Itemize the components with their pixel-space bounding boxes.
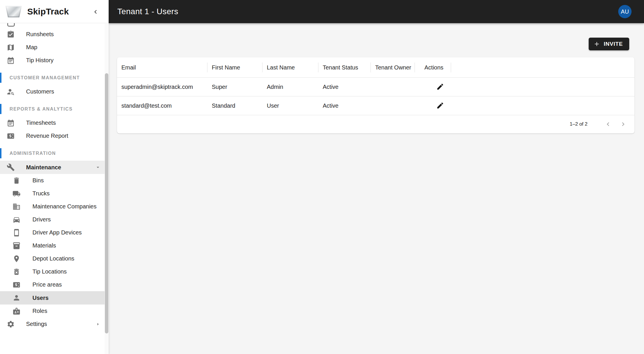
column-header-last-name: Last Name: [262, 57, 318, 78]
map-icon: [7, 43, 15, 52]
sidebar-item-trucks[interactable]: Trucks: [0, 187, 109, 200]
pin-icon: [12, 255, 21, 263]
sidebar-item-runsheets[interactable]: Runsheets: [0, 28, 109, 41]
column-header-tenant-owner: Tenant Owner: [371, 57, 415, 78]
table-pagination: 1–2 of 2: [117, 115, 634, 133]
table-header-row: Email First Name Last Name Tenant Status…: [117, 57, 634, 78]
edit-user-button[interactable]: [435, 82, 445, 92]
avatar[interactable]: AU: [618, 5, 632, 18]
column-header-email: Email: [117, 57, 207, 78]
collapse-sidebar-icon[interactable]: [92, 8, 99, 16]
main-content: INVITE Email First Name Last Name Tenant…: [109, 23, 644, 354]
section-accent-bar: [0, 148, 1, 158]
sidebar-item-drivers[interactable]: Drivers: [0, 213, 109, 226]
car-icon: [12, 216, 21, 224]
chevron-down-icon[interactable]: [95, 164, 101, 170]
sidebar-item-revenue-report[interactable]: Revenue Report: [0, 129, 109, 142]
section-reports-analytics: REPORTS & ANALYTICS: [0, 104, 109, 114]
wrench-icon: [7, 163, 15, 171]
cell-actions: [415, 100, 451, 111]
app-name: SkipTrack: [27, 7, 69, 16]
plus-icon: [593, 41, 600, 47]
sidebar: SkipTrack Runsheets Map Tip History CUST…: [0, 0, 109, 354]
pagination-range-label: 1–2 of 2: [570, 121, 588, 127]
pencil-icon: [436, 102, 444, 109]
sidebar-item-bins[interactable]: Bins: [0, 174, 109, 187]
skip-bin-logo-icon: [5, 6, 22, 17]
cell-tenant-status: Active: [318, 102, 371, 109]
chevron-left-icon: [604, 120, 612, 128]
clipped-icon: [7, 23, 15, 27]
column-header-first-name: First Name: [207, 57, 262, 78]
sidebar-item-depot-locations[interactable]: Depot Locations: [0, 252, 109, 265]
person-search-icon: [7, 88, 15, 96]
building-icon: [12, 203, 21, 211]
sidebar-item-price-areas[interactable]: Price areas: [0, 278, 109, 291]
page-title: Tenant 1 - Users: [117, 7, 178, 16]
trash-icon: [12, 177, 21, 185]
calendar-icon: [7, 119, 15, 127]
column-header-actions: Actions: [415, 57, 451, 78]
trash-x-icon: [12, 268, 21, 276]
table-row: superadmin@skiptrack.com Super Admin Act…: [117, 78, 634, 96]
section-accent-bar: [0, 104, 1, 114]
users-table-card: Email First Name Last Name Tenant Status…: [117, 57, 634, 133]
runsheets-icon: [7, 30, 15, 38]
sidebar-item-tip-history[interactable]: Tip History: [0, 54, 109, 67]
calendar-icon: [7, 56, 15, 65]
badge-icon: [12, 307, 21, 315]
sidebar-item-driver-app-devices[interactable]: Driver App Devices: [0, 226, 109, 239]
box-icon: [12, 242, 21, 250]
section-accent-bar: [0, 73, 1, 83]
cell-last-name: Admin: [262, 84, 318, 90]
truck-icon: [12, 190, 21, 198]
sidebar-item-map[interactable]: Map: [0, 41, 109, 54]
edit-user-button[interactable]: [435, 100, 445, 111]
section-customer-management: CUSTOMER MANAGEMENT: [0, 73, 109, 83]
section-administration: ADMINISTRATION: [0, 148, 109, 158]
previous-page-button[interactable]: [604, 120, 612, 128]
sidebar-nav: Runsheets Map Tip History CUSTOMER MANAG…: [0, 23, 109, 331]
cell-actions: [415, 82, 451, 92]
column-header-tenant-status: Tenant Status: [318, 57, 371, 78]
cell-tenant-status: Active: [318, 84, 371, 90]
sidebar-item-maintenance[interactable]: Maintenance: [0, 161, 109, 174]
cell-first-name: Standard: [207, 102, 262, 109]
sidebar-item-timesheets[interactable]: Timesheets: [0, 116, 109, 129]
sidebar-item-maintenance-companies[interactable]: Maintenance Companies: [0, 200, 109, 213]
sidebar-item-settings[interactable]: Settings: [0, 318, 109, 331]
table-row: standard@test.com Standard User Active: [117, 96, 634, 115]
sidebar-item-tip-locations[interactable]: Tip Locations: [0, 265, 109, 278]
person-icon: [12, 294, 21, 302]
invite-button[interactable]: INVITE: [589, 38, 629, 50]
pencil-icon: [436, 83, 444, 91]
cell-first-name: Super: [207, 84, 262, 90]
money-badge-icon: [7, 132, 15, 140]
sidebar-scrollbar-thumb[interactable]: [105, 73, 108, 333]
sidebar-item-users[interactable]: Users: [0, 291, 109, 305]
sidebar-item-customers[interactable]: Customers: [0, 85, 109, 98]
sidebar-item-roles[interactable]: Roles: [0, 305, 109, 318]
next-page-button[interactable]: [619, 120, 627, 128]
gear-icon: [7, 320, 15, 328]
sidebar-scrollbar-track[interactable]: [105, 23, 109, 354]
sidebar-item-materials[interactable]: Materials: [0, 239, 109, 252]
money-badge-icon: [12, 281, 21, 289]
cell-last-name: User: [262, 102, 318, 109]
column-header-filler: [451, 57, 634, 78]
chevron-right-expander-icon[interactable]: [95, 321, 101, 327]
cell-email: standard@test.com: [117, 102, 207, 109]
cell-email: superadmin@skiptrack.com: [117, 84, 207, 90]
sidebar-header: SkipTrack: [0, 0, 109, 23]
chevron-right-icon: [619, 120, 627, 128]
top-bar: Tenant 1 - Users AU: [109, 0, 644, 23]
smartphone-icon: [12, 229, 21, 237]
clipped-nav-item[interactable]: [0, 23, 109, 28]
